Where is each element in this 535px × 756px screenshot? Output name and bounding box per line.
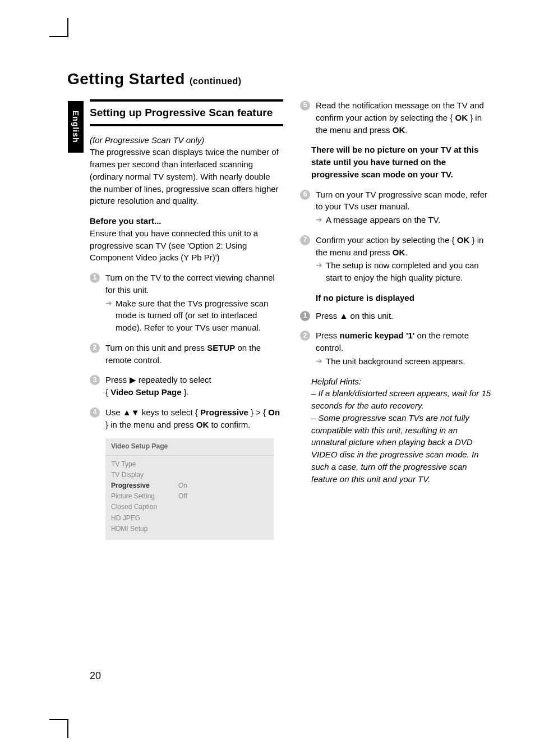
no-picture-heading: If no picture is displayed bbox=[300, 292, 494, 304]
crop-mark bbox=[67, 18, 68, 37]
page-title: Getting Started (continued) bbox=[67, 70, 494, 88]
progressive-note: (for Progressive Scan TV only) bbox=[90, 135, 204, 145]
progressive-label: Progressive bbox=[200, 407, 248, 417]
menu-label: HD JPEG bbox=[111, 513, 178, 524]
step-4: 4 Use ▲▼ keys to select { Progressive } … bbox=[90, 406, 283, 431]
step-4-text-f: } in the menu and press bbox=[105, 420, 196, 429]
alt-1-text-b: on this unit. bbox=[348, 311, 393, 320]
title-continued: (continued) bbox=[190, 76, 242, 86]
note-paragraph: (for Progressive Scan TV only) The progr… bbox=[90, 134, 283, 208]
hints-title: Helpful Hints: bbox=[311, 377, 361, 386]
menu-label: TV Type bbox=[111, 459, 178, 470]
step-3: 3 Press ▶ repeatedly to select { Video S… bbox=[90, 374, 283, 398]
step-4-text-a: Use bbox=[105, 407, 123, 417]
step-7-result: The setup is now completed and you can s… bbox=[316, 259, 494, 284]
menu-screenshot: Video Setup Page TV Type TV Display Prog… bbox=[105, 438, 274, 540]
alt-step-2: 2 Press numeric keypad '1' on the remote… bbox=[300, 329, 494, 367]
step-7-text-a: Confirm your action by selecting the { bbox=[316, 235, 457, 245]
helpful-hints: Helpful Hints: – If a blank/distorted sc… bbox=[300, 375, 494, 485]
step-badge-4: 4 bbox=[90, 407, 100, 418]
alt-step-1: 1 Press ▲ on this unit. bbox=[300, 310, 494, 322]
step-4-text-d: } > { bbox=[248, 407, 268, 417]
step-badge-2: 2 bbox=[90, 343, 100, 353]
video-setup-page-label: Video Setup Page bbox=[110, 387, 181, 397]
step-5: 5 Read the notification message on the T… bbox=[300, 99, 494, 136]
alt-1-text-a: Press bbox=[316, 311, 340, 320]
step-6-text: Turn on your TV progressive scan mode, r… bbox=[316, 190, 487, 212]
brace-open: { bbox=[105, 387, 110, 397]
ok-label-2: OK bbox=[455, 113, 468, 122]
warning-text: There will be no picture on your TV at t… bbox=[300, 144, 494, 180]
menu-row-hdmi: HDMI Setup bbox=[111, 524, 268, 534]
menu-label: Closed Caption bbox=[111, 502, 178, 512]
alt-2-result: The unit background screen appears. bbox=[316, 355, 494, 368]
hint-2: – Some progressive scan TVs are not full… bbox=[311, 413, 478, 484]
intro-text: The progressive scan displays twice the … bbox=[90, 147, 279, 205]
menu-title: Video Setup Page bbox=[105, 438, 274, 455]
ok-label-1: OK bbox=[196, 420, 209, 429]
step-badge-3: 3 bbox=[90, 375, 100, 385]
section-heading-box: Setting up Progressive Scan feature bbox=[90, 99, 283, 126]
page: English Getting Started (continued) Sett… bbox=[0, 0, 535, 756]
step-1: 1 Turn on the TV to the correct viewing … bbox=[90, 272, 283, 334]
step-1-result: Make sure that the TVs progressive scan … bbox=[105, 297, 283, 334]
section-heading: Setting up Progressive Scan feature bbox=[90, 105, 283, 121]
ok-label-5: OK bbox=[393, 248, 405, 257]
before-heading: Before you start... bbox=[90, 216, 162, 226]
ok-label-4: OK bbox=[457, 235, 470, 245]
step-7-text-e: . bbox=[405, 248, 407, 257]
two-column-layout: Setting up Progressive Scan feature (for… bbox=[90, 99, 494, 540]
menu-label: TV Display bbox=[111, 470, 178, 480]
play-right-icon: ▶ bbox=[130, 375, 136, 384]
step-7: 7 Confirm your action by selecting the {… bbox=[300, 234, 494, 284]
content-area: Getting Started (continued) Setting up P… bbox=[67, 70, 494, 540]
step-4-text-b: keys to select { bbox=[140, 407, 200, 417]
step-2-setup: SETUP bbox=[207, 343, 235, 352]
before-start-block: Before you start... Ensure that you have… bbox=[90, 215, 283, 264]
menu-body: TV Type TV Display ProgressiveOn Picture… bbox=[105, 456, 274, 540]
crop-mark bbox=[49, 719, 68, 720]
eject-icon: ▲ bbox=[340, 311, 348, 320]
step-2-text-a: Turn on this unit and press bbox=[105, 343, 207, 352]
menu-row-cc: Closed Caption bbox=[111, 502, 268, 512]
menu-row-tv-type: TV Type bbox=[111, 459, 268, 470]
numeric-keypad-label: numeric keypad '1' bbox=[340, 331, 415, 340]
step-4-text-h: to confirm. bbox=[209, 420, 250, 429]
menu-row-tv-display: TV Display bbox=[111, 470, 268, 480]
menu-value: Off bbox=[178, 491, 187, 502]
step-badge-5: 5 bbox=[300, 100, 310, 111]
step-3-text-b: repeatedly to select bbox=[136, 375, 211, 384]
step-badge-7: 7 bbox=[300, 235, 310, 245]
step-6: 6 Turn on your TV progressive scan mode,… bbox=[300, 189, 494, 226]
title-main: Getting Started bbox=[67, 70, 185, 88]
hint-1: – If a blank/distorted screen appears, w… bbox=[311, 388, 491, 410]
brace-close: }. bbox=[182, 387, 189, 397]
step-1-text: Turn on the TV to the correct viewing ch… bbox=[105, 273, 275, 295]
step-3-text-a: Press bbox=[105, 375, 130, 384]
ok-label-3: OK bbox=[393, 125, 405, 135]
page-number: 20 bbox=[90, 670, 101, 682]
menu-label: HDMI Setup bbox=[111, 524, 178, 534]
step-5-text-e: . bbox=[405, 125, 407, 135]
on-label: On bbox=[268, 407, 280, 417]
alt-2-text-a: Press bbox=[316, 331, 340, 340]
menu-label: Progressive bbox=[111, 480, 178, 491]
step-2: 2 Turn on this unit and press SETUP on t… bbox=[90, 342, 283, 366]
alt-badge-1: 1 bbox=[300, 311, 310, 321]
step-6-result: A message appears on the TV. bbox=[316, 214, 494, 226]
menu-value: On bbox=[178, 480, 187, 491]
left-column: Setting up Progressive Scan feature (for… bbox=[90, 99, 283, 540]
before-body: Ensure that you have connected this unit… bbox=[90, 228, 258, 263]
step-badge-1: 1 bbox=[90, 273, 100, 283]
crop-mark bbox=[67, 719, 68, 738]
alt-badge-2: 2 bbox=[300, 331, 310, 341]
menu-row-picture: Picture SettingOff bbox=[111, 491, 268, 502]
menu-row-progressive: ProgressiveOn bbox=[111, 480, 268, 491]
menu-label: Picture Setting bbox=[111, 491, 178, 502]
step-badge-6: 6 bbox=[300, 190, 310, 200]
crop-mark bbox=[49, 36, 68, 37]
right-column: 5 Read the notification message on the T… bbox=[300, 99, 494, 540]
up-down-icon: ▲▼ bbox=[123, 407, 140, 417]
menu-row-hd-jpeg: HD JPEG bbox=[111, 513, 268, 524]
